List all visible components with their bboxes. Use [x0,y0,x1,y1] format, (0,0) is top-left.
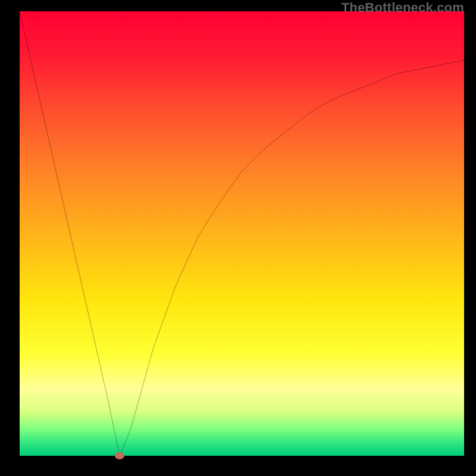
plot-area [20,11,464,456]
optimum-marker [115,452,124,459]
bottleneck-curve [20,11,464,456]
chart-frame: TheBottleneck.com [0,0,476,476]
curve-path [20,11,464,456]
watermark-text: TheBottleneck.com [342,0,464,15]
